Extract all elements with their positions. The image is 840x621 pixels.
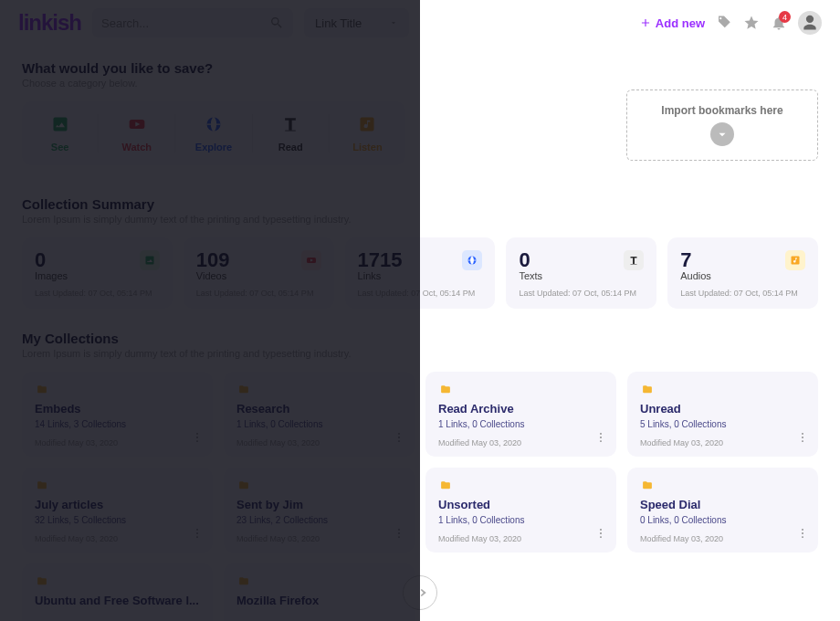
summary-badge <box>785 250 805 270</box>
summary-updated: Last Updated: 07 Oct, 05:14 PM <box>680 289 805 298</box>
arrow-right-icon <box>412 584 428 601</box>
dots-icon <box>796 527 809 540</box>
coll-sub: Lorem Ipsum is simply dummy text of the … <box>22 348 818 359</box>
collection-menu-button[interactable] <box>191 527 204 543</box>
collection-modified: Modified May 03, 2020 <box>236 438 402 447</box>
collection-card[interactable]: Unsorted 1 Links, 0 Collections Modified… <box>425 468 616 553</box>
add-new-button[interactable]: Add new <box>639 16 705 30</box>
collection-card[interactable]: Ubuntu and Free Software l... <box>22 563 213 621</box>
collection-name: Ubuntu and Free Software l... <box>35 594 200 607</box>
summary-updated: Last Updated: 07 Oct, 05:14 PM <box>35 289 160 298</box>
search-input[interactable] <box>101 16 269 30</box>
collection-meta: 1 Links, 0 Collections <box>438 419 604 429</box>
dots-icon <box>191 527 204 540</box>
add-new-label: Add new <box>656 16 705 30</box>
collection-modified: Modified May 03, 2020 <box>640 438 805 447</box>
summary-row: 0 Images Last Updated: 07 Oct, 05:14 PM … <box>22 237 818 309</box>
save-heading: What would you like to save? <box>22 60 818 76</box>
collection-card[interactable]: Speed Dial 0 Links, 0 Collections Modifi… <box>627 468 818 553</box>
collection-meta: 23 Links, 2 Collections <box>236 515 402 525</box>
collection-modified: Modified May 03, 2020 <box>438 534 604 543</box>
chevron-down-icon <box>389 18 398 27</box>
summary-label: Audios <box>680 270 805 281</box>
collection-menu-button[interactable] <box>796 527 809 543</box>
favorites-button[interactable] <box>743 15 760 31</box>
collection-menu-button[interactable] <box>393 431 405 447</box>
summary-badge <box>301 250 321 270</box>
collection-card[interactable]: Mozilla Firefox <box>224 563 415 621</box>
image-icon <box>51 115 69 133</box>
collection-meta: 1 Links, 0 Collections <box>438 515 604 525</box>
star-icon <box>743 15 760 31</box>
summary-badge <box>462 250 482 270</box>
collection-name: Unread <box>640 402 805 416</box>
collection-name: Unsorted <box>438 498 604 511</box>
collection-menu-button[interactable] <box>191 431 204 447</box>
cat-read[interactable]: Read <box>253 114 330 153</box>
collection-menu-button[interactable] <box>594 431 607 447</box>
collection-meta: 0 Links, 0 Collections <box>640 515 805 525</box>
folder-icon <box>640 479 655 491</box>
folder-icon <box>35 479 49 491</box>
collection-card[interactable]: Embeds 14 Links, 3 Collections Modified … <box>22 372 213 457</box>
cat-label: Listen <box>352 142 382 153</box>
save-sub: Choose a category below. <box>22 78 818 89</box>
user-icon <box>801 14 819 32</box>
collection-card[interactable]: Read Archive 1 Links, 0 Collections Modi… <box>425 372 616 457</box>
collection-name: Research <box>236 402 402 416</box>
folder-icon <box>438 384 453 395</box>
summary-card-images[interactable]: 0 Images Last Updated: 07 Oct, 05:14 PM <box>22 237 173 309</box>
folder-icon <box>35 575 49 587</box>
search-wrap[interactable] <box>92 8 293 37</box>
plus-icon <box>639 16 652 29</box>
notifications-button[interactable]: 4 <box>771 15 787 31</box>
cat-label: Explore <box>195 142 232 153</box>
cat-watch[interactable]: Watch <box>99 114 175 153</box>
cat-listen[interactable]: Listen <box>330 114 405 153</box>
collection-card[interactable]: July articles 32 Links, 5 Collections Mo… <box>22 468 213 553</box>
dots-icon <box>796 431 809 444</box>
folder-icon <box>236 384 251 395</box>
summary-card-videos[interactable]: 109 Videos Last Updated: 07 Oct, 05:14 P… <box>184 237 334 309</box>
folder-icon <box>438 479 453 491</box>
collection-card[interactable]: Sent by Jim 23 Links, 2 Collections Modi… <box>224 468 415 553</box>
collection-name: July articles <box>35 498 200 511</box>
summary-card-links[interactable]: 1715 Links Last Updated: 07 Oct, 05:14 P… <box>345 237 496 309</box>
avatar[interactable] <box>798 11 822 35</box>
summary-label: Images <box>35 270 160 281</box>
logo: linkish <box>18 10 81 36</box>
summary-updated: Last Updated: 07 Oct, 05:14 PM <box>358 289 483 298</box>
collection-meta: 14 Links, 3 Collections <box>35 419 200 429</box>
summary-label: Videos <box>196 270 321 281</box>
folder-icon <box>35 384 49 395</box>
globe-icon <box>205 115 223 133</box>
summary-card-audios[interactable]: 7 Audios Last Updated: 07 Oct, 05:14 PM <box>667 237 818 309</box>
cat-see[interactable]: See <box>22 114 99 153</box>
tags-button[interactable] <box>716 15 732 31</box>
text-icon <box>281 115 299 133</box>
tag-icon <box>716 15 732 31</box>
collection-menu-button[interactable] <box>594 527 607 543</box>
next-button[interactable] <box>403 575 437 610</box>
collection-card[interactable]: Unread 5 Links, 0 Collections Modified M… <box>627 372 818 457</box>
summary-card-texts[interactable]: 0 Texts Last Updated: 07 Oct, 05:14 PM <box>506 237 656 309</box>
dots-icon <box>191 431 204 444</box>
collection-card[interactable]: Research 1 Links, 0 Collections Modified… <box>224 372 415 457</box>
download-icon <box>716 128 729 141</box>
collection-menu-button[interactable] <box>393 527 405 543</box>
title-dropdown[interactable]: Link Title <box>304 8 409 37</box>
summary-heading: Collection Summary <box>22 196 818 212</box>
notif-badge: 4 <box>779 11 791 23</box>
collection-meta: 1 Links, 0 Collections <box>236 419 402 429</box>
import-dropzone[interactable]: Import bookmarks here <box>626 89 818 161</box>
cat-explore[interactable]: Explore <box>175 114 252 153</box>
collection-modified: Modified May 03, 2020 <box>640 534 805 543</box>
summary-badge <box>140 250 160 270</box>
collection-modified: Modified May 03, 2020 <box>35 534 200 543</box>
collection-meta: 32 Links, 5 Collections <box>35 515 200 525</box>
summary-label: Texts <box>519 270 644 281</box>
collection-name: Speed Dial <box>640 498 805 511</box>
collection-menu-button[interactable] <box>796 431 809 447</box>
video-icon <box>128 115 146 133</box>
summary-label: Links <box>358 270 483 281</box>
